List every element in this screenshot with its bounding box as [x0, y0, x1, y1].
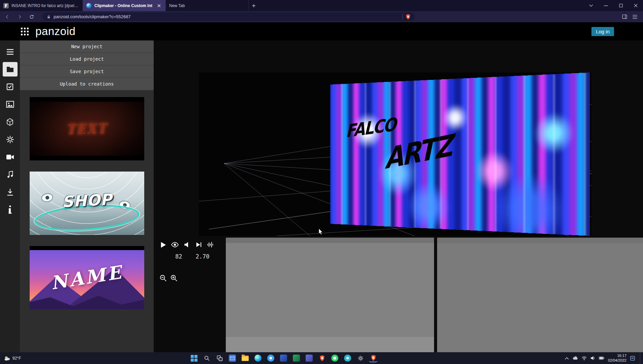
panzoid-header: panzoid Log in	[0, 22, 643, 40]
eye-icon[interactable]	[171, 241, 179, 249]
play-icon[interactable]	[159, 241, 167, 249]
task-view-icon[interactable]	[215, 354, 224, 362]
thumbnail-art: TEXT	[30, 102, 144, 156]
teams-icon[interactable]	[305, 354, 313, 362]
editor-stage: FALCO ARTZ	[154, 40, 643, 352]
edge-icon[interactable]	[254, 354, 262, 362]
brave-active-icon[interactable]	[369, 354, 377, 362]
close-button[interactable]	[628, 0, 643, 11]
transport-controls: 82 2.70	[154, 238, 226, 352]
forward-button[interactable]	[16, 13, 24, 21]
whatsapp-icon[interactable]	[331, 354, 339, 362]
template-thumbnail-shop[interactable]: SHOP	[30, 172, 144, 235]
camera-app-icon[interactable]	[343, 354, 352, 362]
template-thumbnail-horror[interactable]: TEXT	[30, 97, 144, 160]
minimize-button[interactable]	[599, 0, 613, 11]
brave-icon[interactable]	[318, 354, 326, 362]
file-explorer-icon[interactable]	[241, 354, 249, 362]
apps-grid-icon[interactable]	[21, 28, 29, 35]
mouse-cursor	[318, 228, 324, 235]
notification-icon[interactable]	[630, 356, 635, 361]
show-desktop-button[interactable]	[640, 352, 641, 364]
template-thumbnail-synthwave[interactable]: NAME	[30, 246, 144, 309]
time-value: 2.70	[195, 253, 209, 260]
word-icon[interactable]	[279, 354, 288, 362]
menu-item-load-project[interactable]: Load project	[20, 53, 154, 65]
timeline-track-secondary[interactable]	[437, 238, 643, 352]
video-site-favicon	[3, 3, 9, 8]
maximize-button[interactable]	[613, 0, 628, 11]
desktop: INSANE INTRO for falco artz [djselo] - C…	[0, 0, 643, 364]
weather-widget[interactable]: 92°F	[4, 352, 21, 364]
photos-icon[interactable]	[267, 354, 275, 362]
volume-icon[interactable]	[183, 241, 191, 249]
tab-title: Clipmaker - Online Custom Int	[94, 3, 153, 8]
browser-menu-icon[interactable]	[632, 14, 638, 19]
system-tray: 16:17 02/04/2022	[565, 352, 641, 364]
preview-viewport[interactable]: FALCO ARTZ	[199, 72, 591, 236]
lock-icon	[47, 14, 51, 19]
tool-rail	[0, 40, 20, 352]
menu-item-save-project[interactable]: Save project	[20, 65, 154, 78]
tab-search-icon[interactable]	[584, 0, 599, 11]
timeline-section: 82 2.70	[154, 238, 643, 352]
search-icon[interactable]	[203, 354, 211, 362]
sidebar-panel-icon[interactable]	[622, 14, 627, 20]
cube-icon[interactable]	[3, 115, 18, 129]
menu-item-upload-to-creations[interactable]: Upload to creations	[20, 78, 154, 90]
tab-title: New Tab	[169, 3, 245, 8]
login-button[interactable]: Log in	[591, 27, 614, 36]
url-field[interactable]: panzoid.com/tools/clipmaker?c=552687	[42, 12, 415, 21]
browser-tab-bar: INSANE INTRO for falco artz [djselo] - C…	[0, 0, 643, 11]
zoom-in-icon[interactable]	[170, 274, 178, 282]
wifi-icon[interactable]	[582, 356, 587, 360]
chevron-up-icon[interactable]	[565, 357, 569, 360]
image-icon[interactable]	[3, 97, 18, 112]
taskbar-clock[interactable]: 16:17 02/04/2022	[608, 354, 626, 363]
timeline-track[interactable]	[226, 238, 434, 352]
date: 02/04/2022	[608, 358, 626, 363]
battery-icon[interactable]	[599, 357, 604, 360]
info-icon[interactable]	[3, 202, 18, 217]
mail-icon[interactable]	[228, 354, 237, 362]
time: 16:17	[617, 354, 626, 358]
camera-icon[interactable]	[3, 150, 18, 164]
thumbnail-text: TEXT	[66, 120, 108, 138]
windows-start-icon[interactable]	[190, 354, 198, 362]
panzoid-logo: panzoid	[35, 25, 75, 38]
url-divider	[402, 14, 403, 20]
folder-icon[interactable]	[3, 62, 18, 77]
tab-title: INSANE INTRO for falco artz [djselo] -	[11, 3, 79, 8]
waveform-icon[interactable]	[206, 241, 214, 249]
reload-button[interactable]	[28, 13, 36, 21]
tab-close-icon[interactable]	[156, 3, 162, 9]
browser-tab-3[interactable]: New Tab	[166, 0, 249, 11]
robot-eye-icon	[40, 192, 54, 203]
menu-icon[interactable]	[3, 44, 18, 59]
music-icon[interactable]	[3, 167, 18, 182]
browser-tab-1[interactable]: INSANE INTRO for falco artz [djselo] -	[0, 0, 83, 11]
zoom-out-icon[interactable]	[159, 274, 167, 282]
excel-icon[interactable]	[292, 354, 301, 362]
thumbnail-art: SHOP	[30, 172, 144, 235]
new-tab-button[interactable]	[249, 0, 259, 11]
burst-icon[interactable]	[3, 132, 18, 147]
menu-item-new-project[interactable]: New project	[20, 40, 154, 53]
brave-shield-icon[interactable]	[405, 14, 411, 20]
url-text: panzoid.com/tools/clipmaker?c=552687	[54, 14, 400, 19]
cloud-icon[interactable]	[573, 356, 578, 360]
browser-tab-2-active[interactable]: Clipmaker - Online Custom Int	[83, 0, 166, 11]
checkbox-icon[interactable]	[3, 80, 18, 94]
windows-taskbar: 92°F	[0, 352, 643, 364]
download-icon[interactable]	[3, 185, 18, 199]
back-button[interactable]	[3, 13, 11, 21]
thumbnail-art: NAME	[30, 250, 144, 309]
project-panel: New project Load project Save project Up…	[20, 40, 154, 352]
taskbar-apps	[190, 352, 377, 364]
settings-icon[interactable]	[356, 354, 365, 362]
address-bar: panzoid.com/tools/clipmaker?c=552687	[0, 11, 643, 22]
panzoid-favicon	[86, 3, 92, 8]
volume-tray-icon[interactable]	[590, 356, 595, 360]
sun-cloud-icon	[4, 356, 10, 361]
step-forward-icon[interactable]	[194, 241, 203, 249]
